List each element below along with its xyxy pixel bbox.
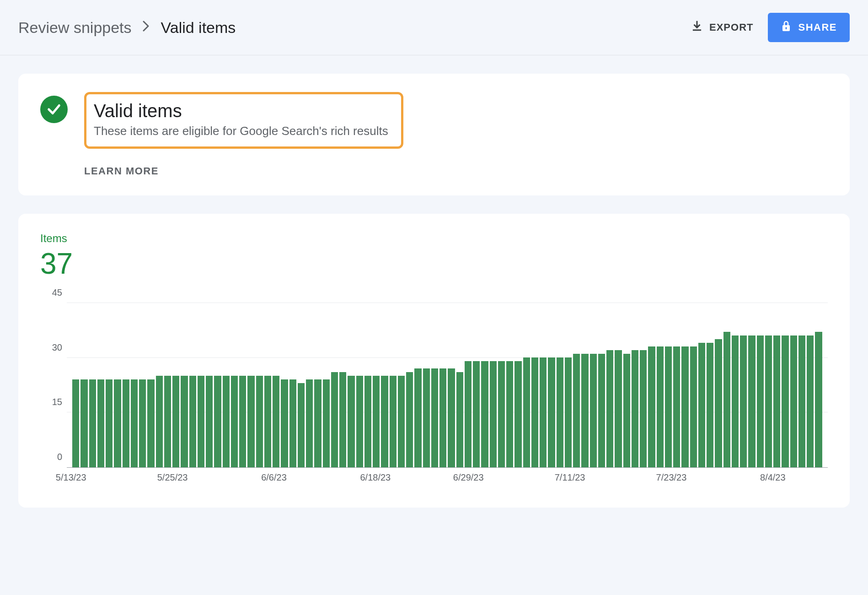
- chart-bar[interactable]: [657, 346, 664, 467]
- chart-bar[interactable]: [598, 354, 605, 467]
- chart-bar[interactable]: [247, 376, 254, 467]
- chart-bar[interactable]: [431, 368, 438, 467]
- chart-bar[interactable]: [231, 376, 238, 467]
- chart-bar[interactable]: [339, 372, 346, 467]
- chart-bar[interactable]: [289, 379, 296, 467]
- chart-bar[interactable]: [331, 372, 338, 467]
- chart-bar[interactable]: [790, 335, 797, 467]
- chart-bar[interactable]: [514, 361, 521, 467]
- chart-bar[interactable]: [198, 376, 204, 467]
- chart-bar[interactable]: [314, 379, 321, 467]
- chart-bar[interactable]: [448, 368, 455, 467]
- chart-bar[interactable]: [97, 379, 104, 467]
- chart-bar[interactable]: [506, 361, 513, 467]
- chart-bar[interactable]: [256, 376, 263, 467]
- chart-bar[interactable]: [581, 354, 588, 467]
- chart-bar[interactable]: [156, 376, 163, 467]
- chart-bar[interactable]: [481, 361, 488, 467]
- chart-bar[interactable]: [523, 357, 530, 467]
- learn-more-button[interactable]: LEARN MORE: [84, 165, 828, 177]
- chart-bar[interactable]: [540, 357, 547, 467]
- x-tick-label: 7/11/23: [555, 472, 585, 483]
- chart-bar[interactable]: [348, 376, 354, 467]
- breadcrumb-root[interactable]: Review snippets: [18, 19, 132, 37]
- share-button[interactable]: SHARE: [768, 13, 850, 42]
- chart-bar[interactable]: [698, 343, 705, 467]
- chart-bar[interactable]: [423, 368, 430, 467]
- status-subtitle: These items are eligible for Google Sear…: [94, 124, 388, 138]
- chart-bar[interactable]: [548, 357, 555, 467]
- chart-bar[interactable]: [147, 379, 154, 467]
- chart-bar[interactable]: [390, 376, 396, 467]
- chart-bar[interactable]: [490, 361, 497, 467]
- chart-bar[interactable]: [640, 350, 647, 467]
- chart-bar[interactable]: [398, 376, 405, 467]
- chart-bar[interactable]: [381, 376, 388, 467]
- chart-bar[interactable]: [465, 361, 472, 467]
- chart-bar[interactable]: [690, 346, 697, 467]
- chart-bar[interactable]: [590, 354, 597, 467]
- chart-bar[interactable]: [531, 357, 538, 467]
- chart-bar[interactable]: [673, 346, 680, 467]
- chart-bar[interactable]: [89, 379, 96, 467]
- chart-bar[interactable]: [615, 350, 622, 467]
- chart-bar[interactable]: [456, 372, 463, 467]
- chart-bar[interactable]: [715, 339, 722, 467]
- chart-bar[interactable]: [765, 335, 772, 467]
- chart-bar[interactable]: [406, 372, 413, 467]
- chart-bar[interactable]: [498, 361, 505, 467]
- chart-bar[interactable]: [298, 383, 305, 467]
- chart-bar[interactable]: [557, 357, 563, 467]
- chart-plot-area: 0153045: [67, 303, 828, 467]
- chart-bar[interactable]: [748, 335, 755, 467]
- chart-bar[interactable]: [665, 346, 672, 467]
- chart-bar[interactable]: [131, 379, 138, 467]
- chart-bar[interactable]: [306, 379, 313, 467]
- chart-bar[interactable]: [139, 379, 146, 467]
- chart-bar[interactable]: [189, 376, 196, 467]
- chart-bar[interactable]: [164, 376, 171, 467]
- chart-bar[interactable]: [732, 335, 739, 467]
- chart-bar[interactable]: [632, 350, 638, 467]
- chart-bar[interactable]: [80, 379, 87, 467]
- chart-bar[interactable]: [723, 332, 730, 467]
- chart-bar[interactable]: [181, 376, 188, 467]
- chart-bar[interactable]: [264, 376, 271, 467]
- chart-bar[interactable]: [239, 376, 246, 467]
- chart-bar[interactable]: [439, 368, 446, 467]
- chart-bar[interactable]: [815, 332, 822, 467]
- chart-bar[interactable]: [72, 379, 79, 467]
- chart-card: Items 37 0153045 5/13/235/25/236/6/236/1…: [18, 214, 850, 508]
- chart-bar[interactable]: [373, 376, 380, 467]
- chart-bar[interactable]: [565, 357, 572, 467]
- chart-bar[interactable]: [773, 335, 780, 467]
- chart-bar[interactable]: [740, 335, 747, 467]
- chart-bar[interactable]: [364, 376, 371, 467]
- chart-bar[interactable]: [623, 354, 630, 467]
- chart-bar[interactable]: [414, 368, 421, 467]
- chart-bar[interactable]: [106, 379, 113, 467]
- chart-bar[interactable]: [807, 335, 814, 467]
- chart-bar[interactable]: [206, 376, 213, 467]
- chart-bar[interactable]: [281, 379, 288, 467]
- chart-bar[interactable]: [573, 354, 580, 467]
- chart-bar[interactable]: [172, 376, 179, 467]
- chart-bar[interactable]: [273, 376, 279, 467]
- chart-bar[interactable]: [681, 346, 688, 467]
- chart-bar[interactable]: [473, 361, 480, 467]
- chart-bar[interactable]: [114, 379, 121, 467]
- chart-bar[interactable]: [648, 346, 655, 467]
- status-title: Valid items: [94, 101, 388, 121]
- chart-bar[interactable]: [356, 376, 363, 467]
- chart-bar[interactable]: [223, 376, 230, 467]
- chart-bar[interactable]: [606, 350, 613, 467]
- chart-bar[interactable]: [214, 376, 221, 467]
- export-button[interactable]: EXPORT: [689, 16, 755, 38]
- chart-bar[interactable]: [757, 335, 764, 467]
- header-actions: EXPORT SHARE: [689, 13, 850, 42]
- chart-bar[interactable]: [323, 379, 330, 467]
- chart-bar[interactable]: [123, 379, 129, 467]
- chart-bar[interactable]: [707, 343, 713, 467]
- chart-bar[interactable]: [798, 335, 805, 467]
- chart-bar[interactable]: [782, 335, 788, 467]
